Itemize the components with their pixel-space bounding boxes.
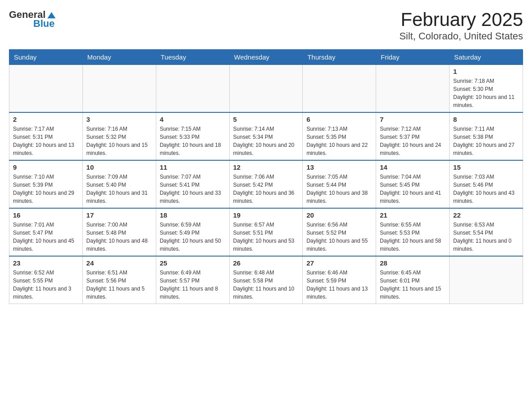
day-info: Sunrise: 7:10 AMSunset: 5:39 PMDaylight:… [13,173,79,205]
day-number: 14 [380,163,446,171]
day-number: 7 [380,116,446,123]
day-info: Sunrise: 7:05 AMSunset: 5:44 PMDaylight:… [306,173,372,205]
calendar-day-cell: 28Sunrise: 6:45 AMSunset: 6:01 PMDayligh… [376,256,450,304]
calendar-day-cell: 8Sunrise: 7:11 AMSunset: 5:38 PMDaylight… [450,112,523,160]
calendar-day-cell [450,256,523,304]
calendar-day-cell: 24Sunrise: 6:51 AMSunset: 5:56 PMDayligh… [82,256,156,304]
calendar-week-row: 16Sunrise: 7:01 AMSunset: 5:47 PMDayligh… [9,208,523,256]
calendar-day-header: Monday [82,50,156,65]
day-info: Sunrise: 7:06 AMSunset: 5:42 PMDaylight:… [233,173,299,205]
calendar-week-row: 23Sunrise: 6:52 AMSunset: 5:55 PMDayligh… [9,256,523,304]
calendar-day-cell: 4Sunrise: 7:15 AMSunset: 5:33 PMDaylight… [156,112,229,160]
day-number: 28 [380,259,446,267]
day-info: Sunrise: 7:17 AMSunset: 5:31 PMDaylight:… [13,125,79,157]
calendar-table: SundayMondayTuesdayWednesdayThursdayFrid… [9,49,523,304]
day-number: 26 [233,259,299,267]
day-number: 4 [160,116,226,123]
day-info: Sunrise: 7:11 AMSunset: 5:38 PMDaylight:… [453,125,519,157]
day-info: Sunrise: 6:56 AMSunset: 5:52 PMDaylight:… [306,221,372,253]
calendar-day-header: Sunday [9,50,83,65]
day-info: Sunrise: 6:48 AMSunset: 5:58 PMDaylight:… [233,269,299,301]
day-number: 3 [86,116,152,123]
calendar-day-cell [376,65,450,113]
day-info: Sunrise: 6:59 AMSunset: 5:49 PMDaylight:… [160,221,226,253]
calendar-day-cell: 16Sunrise: 7:01 AMSunset: 5:47 PMDayligh… [9,208,83,256]
calendar-day-cell: 7Sunrise: 7:12 AMSunset: 5:37 PMDaylight… [376,112,450,160]
day-info: Sunrise: 7:04 AMSunset: 5:45 PMDaylight:… [380,173,446,205]
calendar-day-cell: 17Sunrise: 7:00 AMSunset: 5:48 PMDayligh… [82,208,156,256]
calendar-week-row: 9Sunrise: 7:10 AMSunset: 5:39 PMDaylight… [9,160,523,208]
calendar-day-header: Thursday [303,50,376,65]
day-number: 20 [306,211,372,219]
calendar-day-cell: 11Sunrise: 7:07 AMSunset: 5:41 PMDayligh… [156,160,229,208]
day-number: 17 [86,211,152,219]
calendar-day-cell: 13Sunrise: 7:05 AMSunset: 5:44 PMDayligh… [303,160,376,208]
day-number: 6 [306,116,372,123]
day-info: Sunrise: 7:12 AMSunset: 5:37 PMDaylight:… [380,125,446,157]
calendar-day-cell [156,65,229,113]
calendar-day-cell: 10Sunrise: 7:09 AMSunset: 5:40 PMDayligh… [82,160,156,208]
calendar-day-cell: 25Sunrise: 6:49 AMSunset: 5:57 PMDayligh… [156,256,229,304]
calendar-day-cell: 27Sunrise: 6:46 AMSunset: 5:59 PMDayligh… [303,256,376,304]
day-info: Sunrise: 6:55 AMSunset: 5:53 PMDaylight:… [380,221,446,253]
calendar-day-cell: 26Sunrise: 6:48 AMSunset: 5:58 PMDayligh… [229,256,303,304]
title-block: February 2025 Silt, Colorado, United Sta… [399,9,523,42]
day-info: Sunrise: 6:46 AMSunset: 5:59 PMDaylight:… [306,269,372,301]
day-number: 15 [453,163,519,171]
calendar-day-cell: 18Sunrise: 6:59 AMSunset: 5:49 PMDayligh… [156,208,229,256]
day-info: Sunrise: 7:16 AMSunset: 5:32 PMDaylight:… [86,125,152,157]
calendar-day-header: Wednesday [229,50,303,65]
calendar-day-cell: 22Sunrise: 6:53 AMSunset: 5:54 PMDayligh… [450,208,523,256]
day-info: Sunrise: 7:00 AMSunset: 5:48 PMDaylight:… [86,221,152,253]
calendar-day-cell: 20Sunrise: 6:56 AMSunset: 5:52 PMDayligh… [303,208,376,256]
day-info: Sunrise: 7:13 AMSunset: 5:35 PMDaylight:… [306,125,372,157]
day-number: 23 [13,259,79,267]
calendar-day-cell: 9Sunrise: 7:10 AMSunset: 5:39 PMDaylight… [9,160,83,208]
day-info: Sunrise: 7:09 AMSunset: 5:40 PMDaylight:… [86,173,152,205]
day-number: 16 [13,211,79,219]
calendar-day-cell: 12Sunrise: 7:06 AMSunset: 5:42 PMDayligh… [229,160,303,208]
calendar-day-cell: 3Sunrise: 7:16 AMSunset: 5:32 PMDaylight… [82,112,156,160]
day-number: 24 [86,259,152,267]
day-info: Sunrise: 6:51 AMSunset: 5:56 PMDaylight:… [86,269,152,301]
day-info: Sunrise: 6:57 AMSunset: 5:51 PMDaylight:… [233,221,299,253]
day-number: 12 [233,163,299,171]
day-info: Sunrise: 7:15 AMSunset: 5:33 PMDaylight:… [160,125,226,157]
day-info: Sunrise: 7:07 AMSunset: 5:41 PMDaylight:… [160,173,226,205]
day-number: 11 [160,163,226,171]
day-number: 21 [380,211,446,219]
day-info: Sunrise: 6:49 AMSunset: 5:57 PMDaylight:… [160,269,226,301]
calendar-day-cell: 19Sunrise: 6:57 AMSunset: 5:51 PMDayligh… [229,208,303,256]
calendar-day-cell: 21Sunrise: 6:55 AMSunset: 5:53 PMDayligh… [376,208,450,256]
calendar-week-row: 2Sunrise: 7:17 AMSunset: 5:31 PMDaylight… [9,112,523,160]
calendar-day-cell [9,65,83,113]
calendar-day-cell: 5Sunrise: 7:14 AMSunset: 5:34 PMDaylight… [229,112,303,160]
day-number: 18 [160,211,226,219]
calendar-day-cell: 23Sunrise: 6:52 AMSunset: 5:55 PMDayligh… [9,256,83,304]
calendar-day-header: Saturday [450,50,523,65]
month-title: February 2025 [399,9,523,30]
day-number: 22 [453,211,519,219]
day-info: Sunrise: 6:52 AMSunset: 5:55 PMDaylight:… [13,269,79,301]
logo: General Blue [9,9,56,30]
day-number: 10 [86,163,152,171]
day-number: 13 [306,163,372,171]
day-info: Sunrise: 7:18 AMSunset: 5:30 PMDaylight:… [453,77,519,109]
calendar-day-cell [82,65,156,113]
day-number: 9 [13,163,79,171]
day-number: 1 [453,68,519,75]
calendar-day-header: Tuesday [156,50,229,65]
calendar-header-row: SundayMondayTuesdayWednesdayThursdayFrid… [9,50,523,65]
day-number: 2 [13,116,79,123]
calendar-day-cell: 1Sunrise: 7:18 AMSunset: 5:30 PMDaylight… [450,65,523,113]
day-info: Sunrise: 7:01 AMSunset: 5:47 PMDaylight:… [13,221,79,253]
calendar-day-cell [303,65,376,113]
calendar-day-cell: 6Sunrise: 7:13 AMSunset: 5:35 PMDaylight… [303,112,376,160]
svg-marker-0 [47,12,56,18]
day-info: Sunrise: 6:53 AMSunset: 5:54 PMDaylight:… [453,221,519,253]
logo-blue-text: Blue [33,18,55,30]
calendar-day-header: Friday [376,50,450,65]
day-info: Sunrise: 7:14 AMSunset: 5:34 PMDaylight:… [233,125,299,157]
day-number: 8 [453,116,519,123]
day-number: 5 [233,116,299,123]
